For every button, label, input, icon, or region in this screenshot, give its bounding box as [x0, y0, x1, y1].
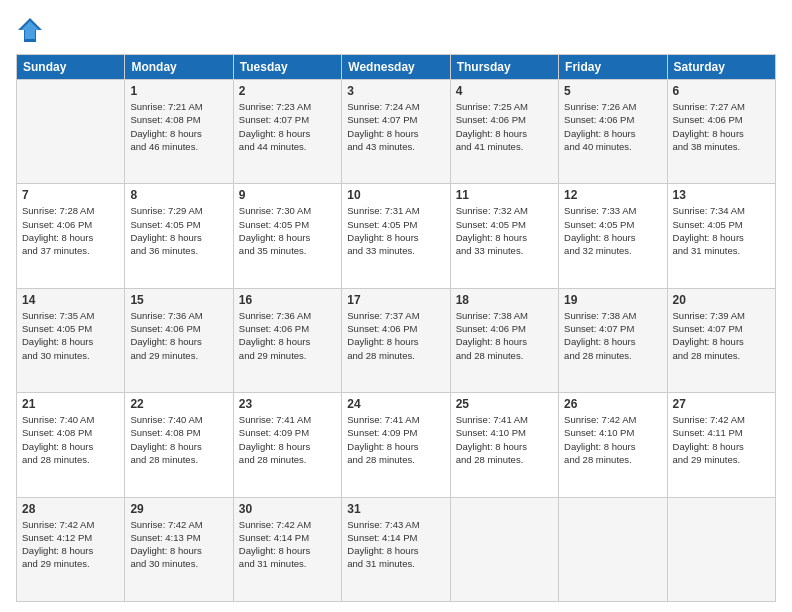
day-number: 9 — [239, 188, 336, 202]
day-number: 4 — [456, 84, 553, 98]
calendar-cell: 11Sunrise: 7:32 AM Sunset: 4:05 PM Dayli… — [450, 184, 558, 288]
day-info: Sunrise: 7:42 AM Sunset: 4:12 PM Dayligh… — [22, 518, 119, 571]
calendar-cell: 9Sunrise: 7:30 AM Sunset: 4:05 PM Daylig… — [233, 184, 341, 288]
calendar-cell: 8Sunrise: 7:29 AM Sunset: 4:05 PM Daylig… — [125, 184, 233, 288]
calendar-cell: 1Sunrise: 7:21 AM Sunset: 4:08 PM Daylig… — [125, 80, 233, 184]
svg-marker-1 — [21, 21, 39, 39]
day-info: Sunrise: 7:41 AM Sunset: 4:09 PM Dayligh… — [239, 413, 336, 466]
logo — [16, 16, 46, 44]
day-info: Sunrise: 7:21 AM Sunset: 4:08 PM Dayligh… — [130, 100, 227, 153]
calendar-cell: 22Sunrise: 7:40 AM Sunset: 4:08 PM Dayli… — [125, 393, 233, 497]
day-info: Sunrise: 7:24 AM Sunset: 4:07 PM Dayligh… — [347, 100, 444, 153]
day-number: 16 — [239, 293, 336, 307]
calendar-cell: 12Sunrise: 7:33 AM Sunset: 4:05 PM Dayli… — [559, 184, 667, 288]
weekday-header: Monday — [125, 55, 233, 80]
calendar-week-row: 21Sunrise: 7:40 AM Sunset: 4:08 PM Dayli… — [17, 393, 776, 497]
calendar-cell — [667, 497, 775, 601]
calendar-cell: 21Sunrise: 7:40 AM Sunset: 4:08 PM Dayli… — [17, 393, 125, 497]
calendar-cell — [450, 497, 558, 601]
calendar-cell: 28Sunrise: 7:42 AM Sunset: 4:12 PM Dayli… — [17, 497, 125, 601]
day-info: Sunrise: 7:37 AM Sunset: 4:06 PM Dayligh… — [347, 309, 444, 362]
day-info: Sunrise: 7:23 AM Sunset: 4:07 PM Dayligh… — [239, 100, 336, 153]
day-number: 21 — [22, 397, 119, 411]
day-number: 18 — [456, 293, 553, 307]
weekday-header: Saturday — [667, 55, 775, 80]
day-info: Sunrise: 7:42 AM Sunset: 4:10 PM Dayligh… — [564, 413, 661, 466]
day-info: Sunrise: 7:26 AM Sunset: 4:06 PM Dayligh… — [564, 100, 661, 153]
day-number: 12 — [564, 188, 661, 202]
day-number: 24 — [347, 397, 444, 411]
calendar-cell: 16Sunrise: 7:36 AM Sunset: 4:06 PM Dayli… — [233, 288, 341, 392]
calendar-cell: 14Sunrise: 7:35 AM Sunset: 4:05 PM Dayli… — [17, 288, 125, 392]
day-number: 22 — [130, 397, 227, 411]
calendar-week-row: 1Sunrise: 7:21 AM Sunset: 4:08 PM Daylig… — [17, 80, 776, 184]
calendar-cell: 17Sunrise: 7:37 AM Sunset: 4:06 PM Dayli… — [342, 288, 450, 392]
day-number: 13 — [673, 188, 770, 202]
calendar-cell — [17, 80, 125, 184]
calendar-cell: 3Sunrise: 7:24 AM Sunset: 4:07 PM Daylig… — [342, 80, 450, 184]
calendar-cell: 27Sunrise: 7:42 AM Sunset: 4:11 PM Dayli… — [667, 393, 775, 497]
day-number: 6 — [673, 84, 770, 98]
weekday-header-row: SundayMondayTuesdayWednesdayThursdayFrid… — [17, 55, 776, 80]
day-info: Sunrise: 7:32 AM Sunset: 4:05 PM Dayligh… — [456, 204, 553, 257]
day-number: 26 — [564, 397, 661, 411]
calendar-cell: 25Sunrise: 7:41 AM Sunset: 4:10 PM Dayli… — [450, 393, 558, 497]
day-number: 20 — [673, 293, 770, 307]
calendar-week-row: 28Sunrise: 7:42 AM Sunset: 4:12 PM Dayli… — [17, 497, 776, 601]
day-number: 30 — [239, 502, 336, 516]
day-number: 1 — [130, 84, 227, 98]
day-info: Sunrise: 7:39 AM Sunset: 4:07 PM Dayligh… — [673, 309, 770, 362]
calendar-week-row: 7Sunrise: 7:28 AM Sunset: 4:06 PM Daylig… — [17, 184, 776, 288]
day-info: Sunrise: 7:30 AM Sunset: 4:05 PM Dayligh… — [239, 204, 336, 257]
day-number: 25 — [456, 397, 553, 411]
day-number: 3 — [347, 84, 444, 98]
calendar-cell: 7Sunrise: 7:28 AM Sunset: 4:06 PM Daylig… — [17, 184, 125, 288]
calendar-cell: 19Sunrise: 7:38 AM Sunset: 4:07 PM Dayli… — [559, 288, 667, 392]
day-info: Sunrise: 7:41 AM Sunset: 4:10 PM Dayligh… — [456, 413, 553, 466]
day-info: Sunrise: 7:33 AM Sunset: 4:05 PM Dayligh… — [564, 204, 661, 257]
weekday-header: Sunday — [17, 55, 125, 80]
day-number: 28 — [22, 502, 119, 516]
day-info: Sunrise: 7:40 AM Sunset: 4:08 PM Dayligh… — [130, 413, 227, 466]
day-info: Sunrise: 7:41 AM Sunset: 4:09 PM Dayligh… — [347, 413, 444, 466]
day-info: Sunrise: 7:42 AM Sunset: 4:13 PM Dayligh… — [130, 518, 227, 571]
day-number: 7 — [22, 188, 119, 202]
day-info: Sunrise: 7:29 AM Sunset: 4:05 PM Dayligh… — [130, 204, 227, 257]
header — [16, 16, 776, 44]
day-info: Sunrise: 7:34 AM Sunset: 4:05 PM Dayligh… — [673, 204, 770, 257]
calendar-cell: 6Sunrise: 7:27 AM Sunset: 4:06 PM Daylig… — [667, 80, 775, 184]
calendar-cell: 30Sunrise: 7:42 AM Sunset: 4:14 PM Dayli… — [233, 497, 341, 601]
calendar-cell — [559, 497, 667, 601]
day-info: Sunrise: 7:40 AM Sunset: 4:08 PM Dayligh… — [22, 413, 119, 466]
weekday-header: Thursday — [450, 55, 558, 80]
calendar-cell: 10Sunrise: 7:31 AM Sunset: 4:05 PM Dayli… — [342, 184, 450, 288]
logo-icon — [16, 16, 44, 44]
day-info: Sunrise: 7:27 AM Sunset: 4:06 PM Dayligh… — [673, 100, 770, 153]
day-info: Sunrise: 7:43 AM Sunset: 4:14 PM Dayligh… — [347, 518, 444, 571]
day-info: Sunrise: 7:35 AM Sunset: 4:05 PM Dayligh… — [22, 309, 119, 362]
day-info: Sunrise: 7:28 AM Sunset: 4:06 PM Dayligh… — [22, 204, 119, 257]
weekday-header: Wednesday — [342, 55, 450, 80]
day-info: Sunrise: 7:38 AM Sunset: 4:07 PM Dayligh… — [564, 309, 661, 362]
weekday-header: Tuesday — [233, 55, 341, 80]
calendar-table: SundayMondayTuesdayWednesdayThursdayFrid… — [16, 54, 776, 602]
day-number: 19 — [564, 293, 661, 307]
day-info: Sunrise: 7:36 AM Sunset: 4:06 PM Dayligh… — [239, 309, 336, 362]
calendar-cell: 24Sunrise: 7:41 AM Sunset: 4:09 PM Dayli… — [342, 393, 450, 497]
day-number: 31 — [347, 502, 444, 516]
day-number: 10 — [347, 188, 444, 202]
day-number: 23 — [239, 397, 336, 411]
day-info: Sunrise: 7:38 AM Sunset: 4:06 PM Dayligh… — [456, 309, 553, 362]
calendar-cell: 2Sunrise: 7:23 AM Sunset: 4:07 PM Daylig… — [233, 80, 341, 184]
weekday-header: Friday — [559, 55, 667, 80]
day-number: 29 — [130, 502, 227, 516]
calendar-cell: 31Sunrise: 7:43 AM Sunset: 4:14 PM Dayli… — [342, 497, 450, 601]
calendar-cell: 5Sunrise: 7:26 AM Sunset: 4:06 PM Daylig… — [559, 80, 667, 184]
calendar-cell: 26Sunrise: 7:42 AM Sunset: 4:10 PM Dayli… — [559, 393, 667, 497]
day-number: 15 — [130, 293, 227, 307]
calendar-week-row: 14Sunrise: 7:35 AM Sunset: 4:05 PM Dayli… — [17, 288, 776, 392]
calendar-cell: 20Sunrise: 7:39 AM Sunset: 4:07 PM Dayli… — [667, 288, 775, 392]
day-info: Sunrise: 7:31 AM Sunset: 4:05 PM Dayligh… — [347, 204, 444, 257]
day-info: Sunrise: 7:36 AM Sunset: 4:06 PM Dayligh… — [130, 309, 227, 362]
day-number: 5 — [564, 84, 661, 98]
